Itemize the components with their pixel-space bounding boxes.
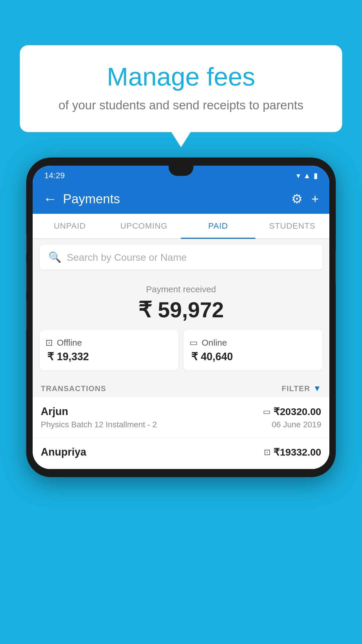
settings-icon[interactable]: ⚙ <box>291 191 303 206</box>
bubble-title: Manage fees <box>37 63 325 91</box>
online-icon: ▭ <box>189 337 198 348</box>
battery-icon: ▮ <box>314 171 318 180</box>
transaction-amount-wrap: ▭ ₹20320.00 <box>263 406 321 417</box>
bubble-subtitle: of your students and send receipts to pa… <box>37 97 325 113</box>
filter-icon: ▼ <box>313 384 321 393</box>
search-placeholder: Search by Course or Name <box>67 252 187 263</box>
transaction-course: Physics Batch 12 Installment - 2 <box>41 420 157 429</box>
signal-icon: ▲ <box>303 171 311 180</box>
card-payment-icon: ▭ <box>263 407 270 416</box>
phone-screen: 14:29 ▾ ▲ ▮ ← Payments ⚙ + <box>33 166 329 469</box>
offline-icon: ⊡ <box>45 337 53 348</box>
transaction-item[interactable]: Anupriya ⊡ ₹19332.00 <box>33 438 329 469</box>
phone-container: 14:29 ▾ ▲ ▮ ← Payments ⚙ + <box>26 158 336 477</box>
online-amount: ₹ 40,640 <box>189 351 317 363</box>
transaction-name: Arjun <box>41 405 68 418</box>
volume-up-button <box>26 233 27 254</box>
transaction-item[interactable]: Arjun ▭ ₹20320.00 Physics Batch 12 Insta… <box>33 397 329 438</box>
add-icon[interactable]: + <box>311 192 319 206</box>
payment-summary: Payment received ₹ 59,972 ⊡ Offline ₹ 19… <box>33 276 329 377</box>
app-bar-left: ← Payments <box>43 191 120 207</box>
wifi-icon: ▾ <box>296 171 300 180</box>
app-bar-title: Payments <box>63 192 120 206</box>
filter-label: FILTER <box>282 384 310 393</box>
offline-amount: ₹ 19,332 <box>45 351 173 363</box>
back-button[interactable]: ← <box>43 191 57 207</box>
search-icon: 🔍 <box>48 251 61 263</box>
transactions-label: TRANSACTIONS <box>41 384 106 393</box>
status-time: 14:29 <box>44 171 65 180</box>
transaction-row-top: Anupriya ⊡ ₹19332.00 <box>41 446 321 458</box>
transaction-amount: ₹19332.00 <box>273 446 321 458</box>
tab-students[interactable]: STUDENTS <box>255 214 330 238</box>
power-button <box>335 251 336 283</box>
transaction-amount: ₹20320.00 <box>273 406 321 417</box>
transaction-date: 06 June 2019 <box>272 420 321 429</box>
online-card-header: ▭ Online <box>189 337 317 348</box>
speech-bubble: Manage fees of your students and send re… <box>20 45 342 132</box>
silent-button <box>26 300 27 330</box>
transaction-row-top: Arjun ▭ ₹20320.00 <box>41 405 321 418</box>
offline-payment-icon: ⊡ <box>264 447 270 457</box>
offline-payment-card: ⊡ Offline ₹ 19,332 <box>40 330 178 370</box>
phone-mockup: 14:29 ▾ ▲ ▮ ← Payments ⚙ + <box>26 158 336 477</box>
tabs: UNPAID UPCOMING PAID STUDENTS <box>33 214 329 239</box>
online-label: Online <box>202 338 227 348</box>
transaction-row-bottom: Physics Batch 12 Installment - 2 06 June… <box>41 420 321 429</box>
offline-label: Offline <box>57 338 82 348</box>
payment-received-label: Payment received <box>40 284 322 294</box>
tab-paid[interactable]: PAID <box>181 214 255 238</box>
speech-bubble-container: Manage fees of your students and send re… <box>20 45 342 132</box>
search-bar[interactable]: 🔍 Search by Course or Name <box>40 245 322 270</box>
tab-unpaid[interactable]: UNPAID <box>33 214 107 238</box>
payment-cards: ⊡ Offline ₹ 19,332 ▭ Online ₹ 40,640 <box>40 330 322 370</box>
status-icons: ▾ ▲ ▮ <box>296 171 318 180</box>
online-payment-card: ▭ Online ₹ 40,640 <box>184 330 322 370</box>
tab-upcoming[interactable]: UPCOMING <box>107 214 181 238</box>
payment-total-amount: ₹ 59,972 <box>40 297 322 322</box>
transactions-header: TRANSACTIONS FILTER ▼ <box>33 377 329 397</box>
filter-section[interactable]: FILTER ▼ <box>282 384 321 393</box>
volume-down-button <box>26 262 27 292</box>
transaction-list: Arjun ▭ ₹20320.00 Physics Batch 12 Insta… <box>33 397 329 469</box>
transaction-amount-wrap: ⊡ ₹19332.00 <box>264 446 321 458</box>
app-bar-right: ⚙ + <box>291 191 319 206</box>
app-bar: ← Payments ⚙ + <box>33 184 329 214</box>
offline-card-header: ⊡ Offline <box>45 337 173 348</box>
search-container: 🔍 Search by Course or Name <box>33 239 329 276</box>
transaction-name: Anupriya <box>41 446 86 458</box>
